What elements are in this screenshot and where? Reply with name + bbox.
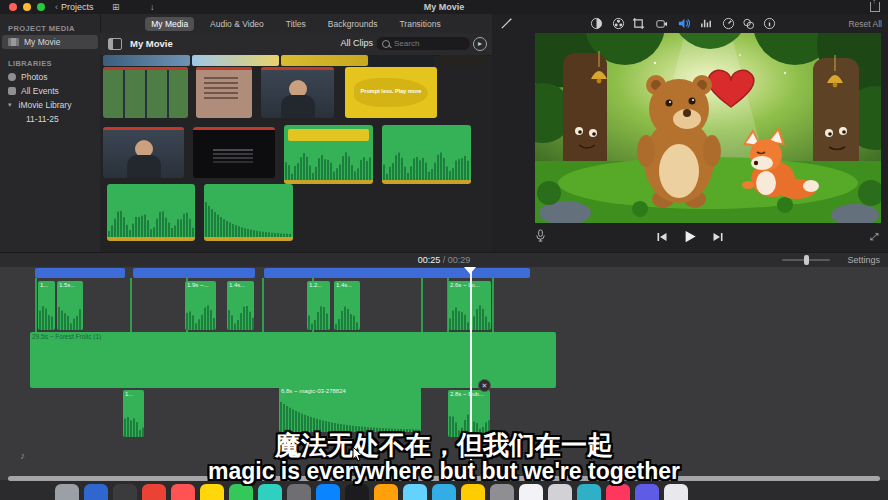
audio-clip-thumbnail[interactable] xyxy=(204,184,293,241)
dock-app-icon[interactable] xyxy=(287,484,311,500)
hide-browser-icon[interactable]: ▸ xyxy=(473,37,487,51)
dock-app-icon[interactable] xyxy=(432,484,456,500)
sidebar: PROJECT MEDIA My Movie LIBRARIES Photos … xyxy=(0,14,101,252)
next-frame-button[interactable] xyxy=(712,231,724,243)
dock-app-icon[interactable] xyxy=(461,484,485,500)
timeline-clip[interactable]: 1.4s... xyxy=(334,281,360,330)
playhead-handle[interactable] xyxy=(464,267,476,274)
timeline-clip[interactable]: 1.9s ~... xyxy=(185,281,216,330)
media-thumbnail[interactable] xyxy=(440,55,485,66)
media-thumbnail[interactable] xyxy=(370,55,434,66)
color-balance-icon[interactable] xyxy=(590,17,603,30)
dock-app-icon[interactable] xyxy=(113,484,137,500)
fullscreen-icon[interactable]: ⤢ xyxy=(870,231,879,243)
media-thumbnail[interactable] xyxy=(103,55,190,66)
dock-app-icon[interactable] xyxy=(606,484,630,500)
dock-app-icon[interactable] xyxy=(374,484,398,500)
search-icon xyxy=(382,40,390,48)
browser-header: My Movie All Clips Search ▸ xyxy=(100,33,492,56)
volume-icon[interactable] xyxy=(677,17,690,30)
dock-app-icon[interactable] xyxy=(577,484,601,500)
timeline-clip[interactable]: 1.2... xyxy=(307,281,330,330)
sound-effect-clip-magic[interactable]: 6.8s ~ magic-03-278824 xyxy=(279,387,421,432)
dock-app-icon[interactable] xyxy=(171,484,195,500)
all-events-icon xyxy=(8,87,16,95)
clip-connector xyxy=(262,278,264,332)
crop-icon[interactable] xyxy=(632,17,645,30)
dock-app-icon[interactable] xyxy=(229,484,253,500)
dock-app-icon[interactable] xyxy=(84,484,108,500)
sidebar-item-all-events[interactable]: All Events xyxy=(0,84,100,98)
tab-titles[interactable]: Titles xyxy=(280,17,312,31)
promo-text: Prompt less. Play more xyxy=(345,88,437,94)
photos-icon xyxy=(8,73,16,81)
dock-app-icon[interactable] xyxy=(55,484,79,500)
magic-wand-icon[interactable] xyxy=(500,17,513,30)
dock-app-icon[interactable] xyxy=(519,484,543,500)
media-thumbnail[interactable] xyxy=(103,67,188,118)
media-thumbnail[interactable] xyxy=(103,127,184,178)
music-clip-forest-frolic[interactable]: 29.5s ~ Forest Frolic (1) xyxy=(30,332,556,388)
effects-icon[interactable] xyxy=(742,17,755,30)
timeline-zoom-slider[interactable] xyxy=(782,259,830,261)
timeline-clip[interactable]: 1.4s... xyxy=(227,281,254,330)
dock-app-icon[interactable] xyxy=(142,484,166,500)
dock-app-icon[interactable] xyxy=(635,484,659,500)
preview-pane: Reset All xyxy=(492,14,888,252)
sidebar-toggle-icon[interactable] xyxy=(108,38,122,50)
microphone-icon[interactable] xyxy=(534,229,547,242)
detach-badge-icon[interactable]: ✕ xyxy=(478,379,491,392)
mouse-cursor xyxy=(352,446,364,462)
title-clip-bar[interactable] xyxy=(264,268,530,278)
video-viewer[interactable] xyxy=(535,33,881,223)
media-thumbnail[interactable] xyxy=(193,127,275,178)
dock-app-icon[interactable] xyxy=(490,484,514,500)
timeline-clip[interactable]: 1.5s... xyxy=(57,281,83,330)
media-thumbnail[interactable] xyxy=(261,67,334,118)
macos-dock[interactable] xyxy=(55,484,688,500)
speed-icon[interactable] xyxy=(722,17,735,30)
share-icon[interactable] xyxy=(870,2,880,12)
audio-clip-thumbnail[interactable] xyxy=(284,125,373,184)
tab-backgrounds[interactable]: Backgrounds xyxy=(322,17,384,31)
search-input[interactable]: Search xyxy=(376,37,470,50)
title-clip-bar[interactable] xyxy=(133,268,255,278)
tab-transitions[interactable]: Transitions xyxy=(393,17,446,31)
media-thumbnail[interactable]: Prompt less. Play more xyxy=(345,67,437,118)
dock-app-icon[interactable] xyxy=(548,484,572,500)
dock-app-icon[interactable] xyxy=(258,484,282,500)
media-thumbnail[interactable] xyxy=(192,55,279,66)
color-wheel-icon[interactable] xyxy=(612,17,625,30)
stabilization-icon[interactable] xyxy=(655,17,668,30)
audio-clip-thumbnail[interactable] xyxy=(382,125,471,184)
disclosure-triangle-icon[interactable]: ▾ xyxy=(8,101,12,109)
dock-app-icon[interactable] xyxy=(200,484,224,500)
tab-my-media[interactable]: My Media xyxy=(145,17,194,31)
sidebar-item-event-date[interactable]: 11-11-25 xyxy=(0,112,100,126)
media-thumbnail[interactable] xyxy=(281,55,368,66)
reset-all-button[interactable]: Reset All xyxy=(848,19,882,29)
sidebar-item-my-movie[interactable]: My Movie xyxy=(2,35,98,49)
clip-connector xyxy=(35,278,37,332)
media-thumbnail[interactable] xyxy=(196,67,252,118)
slider-thumb[interactable] xyxy=(804,255,809,265)
timeline-settings-button[interactable]: Settings xyxy=(847,255,880,265)
dock-app-icon[interactable] xyxy=(664,484,688,500)
info-icon[interactable] xyxy=(763,17,776,30)
audio-clip-thumbnail[interactable] xyxy=(107,184,195,241)
clip-connector xyxy=(421,278,423,332)
search-placeholder: Search xyxy=(394,39,419,48)
dock-app-icon[interactable] xyxy=(403,484,427,500)
timeline-clip[interactable]: 1... xyxy=(38,281,55,330)
dock-app-icon[interactable] xyxy=(345,484,369,500)
title-clip-bar[interactable] xyxy=(35,268,125,278)
sidebar-item-imovie-library[interactable]: ▾ iMovie Library xyxy=(0,98,100,112)
film-icon xyxy=(8,38,19,46)
dock-app-icon[interactable] xyxy=(316,484,340,500)
play-button[interactable] xyxy=(683,229,698,244)
noise-reduction-icon[interactable] xyxy=(700,17,713,30)
media-tabs: My Media Audio & Video Titles Background… xyxy=(100,14,492,34)
sidebar-item-photos[interactable]: Photos xyxy=(0,70,100,84)
previous-frame-button[interactable] xyxy=(657,231,669,243)
tab-audio-video[interactable]: Audio & Video xyxy=(204,17,270,31)
